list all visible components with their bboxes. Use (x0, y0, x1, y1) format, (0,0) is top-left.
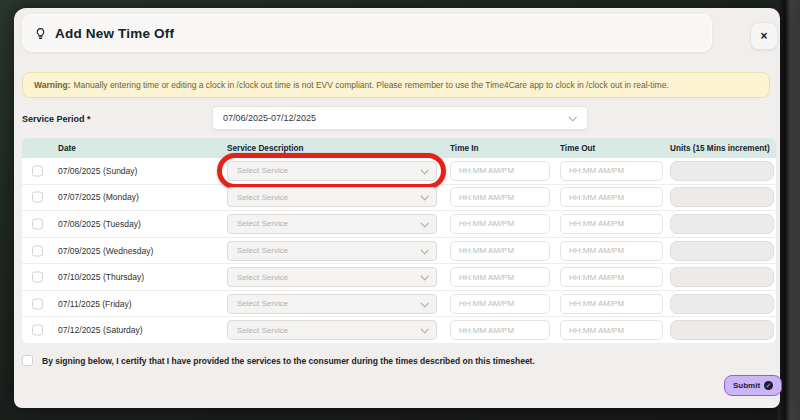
lightbulb-icon (34, 27, 47, 40)
modal-header: Add New Time Off (22, 14, 712, 52)
column-header-units: Units (15 Mins increment) (670, 144, 770, 153)
time-in-input[interactable] (450, 267, 550, 287)
chevron-down-icon (420, 166, 428, 174)
table-row: 07/10/2025 (Thursday) Select Service (22, 264, 776, 291)
time-out-input[interactable] (560, 187, 663, 207)
time-out-input[interactable] (560, 294, 663, 314)
column-header-date: Date (58, 144, 76, 153)
time-in-input[interactable] (450, 294, 550, 314)
service-period-select[interactable]: 07/06/2025-07/12/2025 (212, 106, 588, 130)
column-header-service: Service Description (227, 144, 303, 153)
certify-label: By signing below, I certify that I have … (42, 356, 535, 366)
table-row: 07/08/2025 (Tuesday) Select Service (22, 211, 776, 238)
chevron-down-icon (420, 272, 428, 280)
service-select[interactable]: Select Service (227, 241, 437, 261)
row-checkbox[interactable] (32, 165, 43, 176)
row-checkbox[interactable] (32, 272, 43, 283)
time-in-input[interactable] (450, 161, 550, 181)
time-out-input[interactable] (560, 267, 663, 287)
certify-checkbox[interactable] (22, 355, 33, 366)
table-header-row: Date Service Description Time In Time Ou… (22, 138, 776, 158)
units-field (670, 161, 774, 181)
timesheet-table: Date Service Description Time In Time Ou… (22, 138, 776, 343)
service-select-placeholder: Select Service (237, 299, 288, 308)
chevron-down-icon (420, 246, 428, 254)
service-select-placeholder: Select Service (237, 166, 288, 175)
table-row: 07/11/2025 (Friday) Select Service (22, 291, 776, 318)
screen: Add New Time Off × Warning: Manually ent… (0, 0, 800, 420)
row-date: 07/11/2025 (Friday) (58, 299, 132, 309)
row-checkbox[interactable] (32, 192, 43, 203)
window-edge (778, 0, 800, 420)
certification-row: By signing below, I certify that I have … (22, 355, 535, 366)
time-out-input[interactable] (560, 161, 663, 181)
units-field (670, 294, 774, 314)
modal-title: Add New Time Off (55, 26, 174, 41)
time-out-input[interactable] (560, 241, 663, 261)
time-out-input[interactable] (560, 214, 663, 234)
column-header-time-in: Time In (450, 144, 479, 153)
service-select[interactable]: Select Service (227, 161, 437, 181)
units-field (670, 187, 774, 207)
row-checkbox[interactable] (32, 245, 43, 256)
check-circle-icon: ✓ (764, 381, 773, 390)
units-field (670, 267, 774, 287)
service-select[interactable]: Select Service (227, 320, 437, 340)
time-out-input[interactable] (560, 320, 663, 340)
row-date: 07/10/2025 (Thursday) (58, 272, 144, 282)
service-select-placeholder: Select Service (237, 193, 288, 202)
time-in-input[interactable] (450, 214, 550, 234)
submit-button[interactable]: Submit ✓ (724, 375, 782, 396)
row-date: 07/12/2025 (Saturday) (58, 325, 143, 335)
service-period-label: Service Period * (22, 114, 91, 124)
service-select[interactable]: Select Service (227, 214, 437, 234)
time-in-input[interactable] (450, 320, 550, 340)
service-select[interactable]: Select Service (227, 294, 437, 314)
service-period-value: 07/06/2025-07/12/2025 (223, 113, 316, 123)
row-checkbox[interactable] (32, 298, 43, 309)
chevron-down-icon (568, 113, 576, 121)
table-row: 07/12/2025 (Saturday) Select Service (22, 317, 776, 343)
units-field (670, 214, 774, 234)
service-select[interactable]: Select Service (227, 187, 437, 207)
warning-label: Warning: (34, 80, 71, 90)
row-date: 07/06/2025 (Sunday) (58, 166, 137, 176)
row-date: 07/08/2025 (Tuesday) (58, 219, 141, 229)
add-time-off-modal: Add New Time Off × Warning: Manually ent… (14, 8, 780, 408)
units-field (670, 320, 774, 340)
table-row: 07/09/2025 (Wednesday) Select Service (22, 238, 776, 265)
warning-message: Manually entering time or editing a cloc… (74, 80, 669, 90)
service-select-placeholder: Select Service (237, 219, 288, 228)
row-date: 07/09/2025 (Wednesday) (58, 246, 153, 256)
submit-label: Submit (733, 381, 760, 390)
table-row: 07/06/2025 (Sunday) Select Service (22, 158, 776, 185)
row-checkbox[interactable] (32, 325, 43, 336)
chevron-down-icon (420, 192, 428, 200)
time-in-input[interactable] (450, 187, 550, 207)
close-button[interactable]: × (750, 22, 778, 50)
row-checkbox[interactable] (32, 218, 43, 229)
warning-banner: Warning: Manually entering time or editi… (22, 72, 770, 98)
chevron-down-icon (420, 325, 428, 333)
table-body: 07/06/2025 (Sunday) Select Service 07/07… (22, 158, 776, 343)
close-icon: × (760, 29, 767, 43)
table-row: 07/07/2025 (Monday) Select Service (22, 185, 776, 212)
chevron-down-icon (420, 219, 428, 227)
row-date: 07/07/2025 (Monday) (58, 192, 139, 202)
service-select-placeholder: Select Service (237, 273, 288, 282)
units-field (670, 241, 774, 261)
service-select[interactable]: Select Service (227, 267, 437, 287)
service-select-placeholder: Select Service (237, 246, 288, 255)
column-header-time-out: Time Out (560, 144, 595, 153)
time-in-input[interactable] (450, 241, 550, 261)
chevron-down-icon (420, 299, 428, 307)
service-select-placeholder: Select Service (237, 326, 288, 335)
